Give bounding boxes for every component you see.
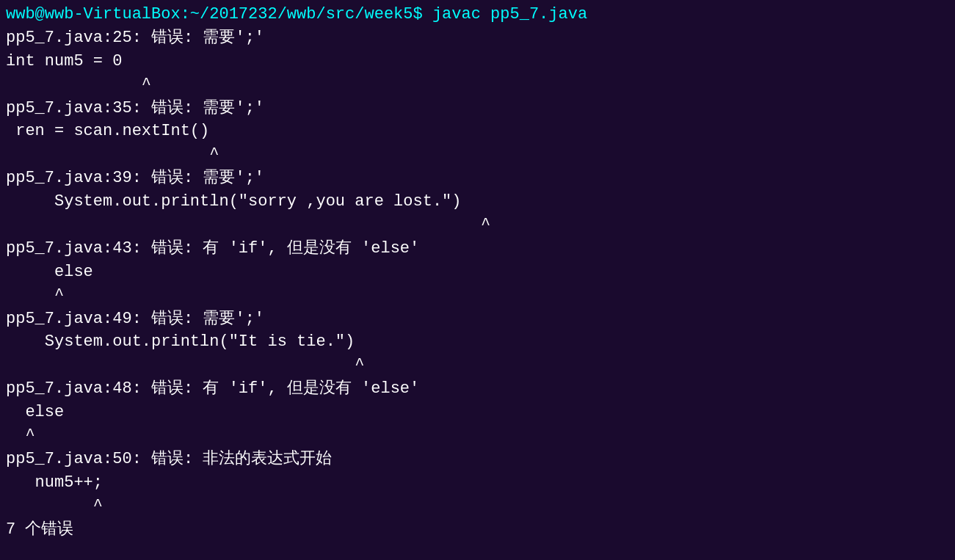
terminal-window: wwb@wwb-VirtualBox:~/2017232/wwb/src/wee… — [0, 0, 955, 560]
terminal-line: ^ — [6, 143, 949, 167]
terminal-line: ^ — [6, 284, 949, 308]
terminal-line: pp5_7.java:35: 错误: 需要';' — [6, 97, 949, 120]
terminal-line: ^ — [6, 424, 949, 448]
terminal-line: pp5_7.java:49: 错误: 需要';' — [6, 308, 949, 331]
terminal-line: System.out.println("sorry ,you are lost.… — [6, 190, 949, 214]
terminal-line: pp5_7.java:50: 错误: 非法的表达式开始 — [6, 448, 949, 471]
terminal-body: pp5_7.java:25: 错误: 需要';'int num5 = 0 ^pp… — [6, 26, 949, 542]
terminal-line: ^ — [6, 73, 949, 97]
terminal-line: ^ — [6, 214, 949, 237]
terminal-line: else — [6, 261, 949, 284]
terminal-line: System.out.println("It is tie.") — [6, 330, 949, 354]
terminal-line: 7 个错误 — [6, 518, 949, 542]
terminal-header: wwb@wwb-VirtualBox:~/2017232/wwb/src/wee… — [6, 3, 949, 26]
terminal-line: pp5_7.java:25: 错误: 需要';' — [6, 26, 949, 50]
terminal-line: pp5_7.java:48: 错误: 有 'if', 但是没有 'else' — [6, 377, 949, 401]
terminal-line: ^ — [6, 354, 949, 377]
terminal-line: num5++; — [6, 471, 949, 495]
terminal-line: ^ — [6, 495, 949, 518]
terminal-line: pp5_7.java:39: 错误: 需要';' — [6, 167, 949, 190]
terminal-line: int num5 = 0 — [6, 50, 949, 73]
terminal-line: ren = scan.nextInt() — [6, 120, 949, 143]
terminal-line: else — [6, 401, 949, 424]
terminal-line: pp5_7.java:43: 错误: 有 'if', 但是没有 'else' — [6, 237, 949, 261]
